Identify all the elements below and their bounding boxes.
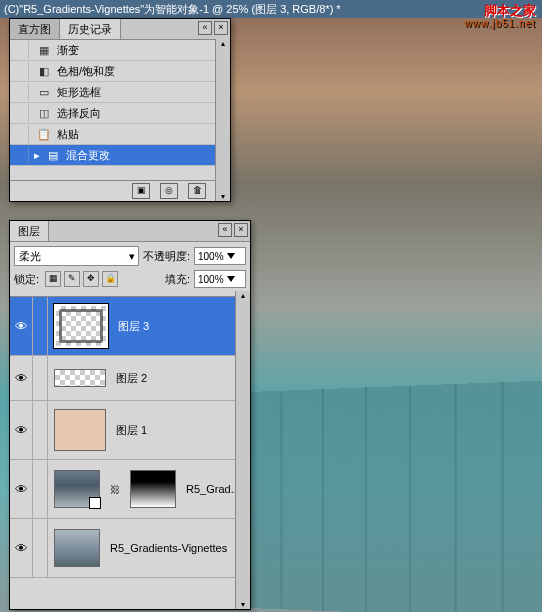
paste-icon: 📋 [35, 126, 53, 142]
history-item[interactable]: ▭矩形选框 [10, 82, 230, 103]
lock-position-icon[interactable]: ✥ [83, 271, 99, 287]
opacity-label: 不透明度: [143, 249, 190, 264]
new-document-icon[interactable]: ▣ [132, 183, 150, 199]
window-title: (C)"R5_Gradients-Vignettes"为智能对象-1 @ 25%… [0, 0, 542, 18]
select-icon: ◫ [35, 105, 53, 121]
layer-thumbnail[interactable] [54, 409, 106, 451]
tab-history[interactable]: 历史记录 [60, 19, 121, 39]
panel-close-icon[interactable]: × [234, 223, 248, 237]
layer-row[interactable]: 👁 图层 3 [10, 297, 250, 356]
layer-name[interactable]: R5_Gradients-Vignettes [110, 542, 227, 554]
history-label: 选择反向 [57, 106, 101, 121]
visibility-icon[interactable]: 👁 [10, 460, 33, 518]
scrollbar[interactable] [215, 39, 230, 201]
history-panel: 直方图 历史记录 « × ▦渐变 ◧色相/饱和度 ▭矩形选框 ◫选择反向 📋粘贴… [9, 18, 231, 202]
marquee-icon: ▭ [35, 84, 53, 100]
lock-label: 锁定: [14, 272, 39, 287]
mask-link-icon[interactable]: ⛓ [110, 484, 120, 495]
history-item[interactable]: ▦渐变 [10, 40, 230, 61]
lock-all-icon[interactable]: 🔒 [102, 271, 118, 287]
gradient-icon: ▦ [35, 42, 53, 58]
history-label: 色相/饱和度 [57, 64, 115, 79]
history-list: ▦渐变 ◧色相/饱和度 ▭矩形选框 ◫选择反向 📋粘贴 ▸▤混合更改 [10, 40, 230, 180]
layer-thumbnail[interactable] [54, 369, 106, 387]
panel-collapse-icon[interactable]: « [198, 21, 212, 35]
panel-close-icon[interactable]: × [214, 21, 228, 35]
lock-transparency-icon[interactable]: ▦ [45, 271, 61, 287]
history-label: 粘贴 [57, 127, 79, 142]
fill-input[interactable]: 100% [194, 270, 246, 288]
history-item[interactable]: 📋粘贴 [10, 124, 230, 145]
layer-name[interactable]: R5_Grad... [186, 483, 240, 495]
layer-row[interactable]: 👁 ⛓ R5_Grad... [10, 460, 250, 519]
layer-list: 👁 图层 3 👁 图层 2 👁 图层 1 👁 ⛓ R5_Grad... 👁 [10, 297, 250, 607]
layer-row[interactable]: 👁 图层 2 [10, 356, 250, 401]
visibility-icon[interactable]: 👁 [10, 356, 33, 400]
layer-name[interactable]: 图层 3 [118, 319, 149, 334]
layer-row[interactable]: 👁 R5_Gradients-Vignettes [10, 519, 250, 578]
lock-pixels-icon[interactable]: ✎ [64, 271, 80, 287]
watermark-url: www.jb51.net [465, 18, 536, 29]
history-label: 矩形选框 [57, 85, 101, 100]
layer-name[interactable]: 图层 2 [116, 371, 147, 386]
new-snapshot-icon[interactable]: ◎ [160, 183, 178, 199]
blend-icon: ▤ [44, 147, 62, 163]
opacity-input[interactable]: 100% [194, 247, 246, 265]
visibility-icon[interactable]: 👁 [10, 297, 33, 355]
layer-row[interactable]: 👁 图层 1 [10, 401, 250, 460]
layer-name[interactable]: 图层 1 [116, 423, 147, 438]
visibility-icon[interactable]: 👁 [10, 519, 33, 577]
history-item[interactable]: ◫选择反向 [10, 103, 230, 124]
tab-histogram[interactable]: 直方图 [10, 19, 60, 39]
layer-thumbnail[interactable] [54, 470, 100, 508]
scrollbar[interactable] [235, 291, 250, 609]
history-item[interactable]: ◧色相/饱和度 [10, 61, 230, 82]
layer-thumbnail[interactable] [54, 529, 100, 567]
history-label: 渐变 [57, 43, 79, 58]
adjustment-icon: ◧ [35, 63, 53, 79]
tab-layers[interactable]: 图层 [10, 221, 49, 241]
history-item[interactable]: ▸▤混合更改 [10, 145, 230, 166]
history-label: 混合更改 [66, 148, 110, 163]
layers-panel: 图层 « × 柔光 不透明度: 100% 锁定: ▦ ✎ ✥ 🔒 填充: 100… [9, 220, 251, 610]
layer-thumbnail[interactable] [54, 304, 108, 348]
trash-icon[interactable]: 🗑 [188, 183, 206, 199]
pointer-icon: ▸ [34, 149, 40, 162]
panel-collapse-icon[interactable]: « [218, 223, 232, 237]
history-footer: ▣ ◎ 🗑 [10, 180, 230, 201]
mask-thumbnail[interactable] [130, 470, 176, 508]
blend-mode-select[interactable]: 柔光 [14, 246, 139, 266]
visibility-icon[interactable]: 👁 [10, 401, 33, 459]
blend-mode-value: 柔光 [19, 249, 41, 264]
fill-label: 填充: [165, 272, 190, 287]
